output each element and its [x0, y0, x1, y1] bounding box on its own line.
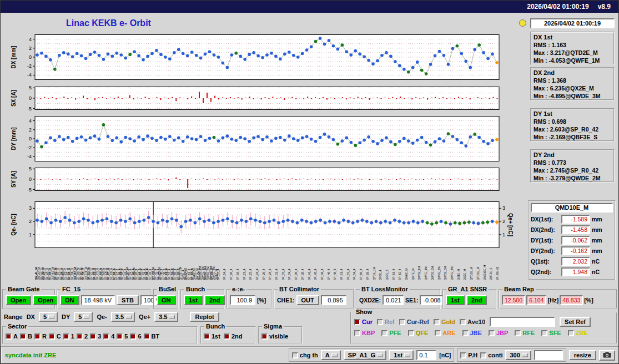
bunch-checkbox-2nd-box[interactable]	[224, 333, 230, 340]
sector-checkbox-a-box[interactable]	[6, 333, 12, 340]
replot-button[interactable]: Replot	[190, 312, 219, 322]
sector-checkbox-4-box[interactable]	[103, 333, 109, 340]
bunch-1st-button[interactable]: 1st	[184, 295, 203, 305]
gr-a1-2nd-button[interactable]: 2nd	[466, 295, 487, 305]
sector-checkbox-bt[interactable]: BT	[144, 333, 160, 340]
resize-button[interactable]: resize	[569, 350, 596, 360]
show-checkbox-qfe-box[interactable]	[408, 330, 414, 336]
sector-checkbox-2[interactable]: 2	[77, 333, 88, 340]
extra-input[interactable]	[534, 350, 563, 360]
sector-checkbox-1-box[interactable]	[63, 333, 69, 340]
show-checkbox-cur-box[interactable]	[354, 319, 360, 325]
show-checkbox-kbp[interactable]: KBP	[354, 330, 375, 336]
bunch-checkbox-2nd[interactable]: 2nd	[224, 333, 243, 340]
bunch-checkbox-1st-box[interactable]	[204, 333, 210, 340]
range-qe-plus-select[interactable]: 3.5	[154, 312, 178, 322]
bpm-label: SP_46_4	[328, 250, 330, 280]
sector-checkbox-b[interactable]: B	[20, 333, 32, 340]
show-checkbox-rfe[interactable]: RFE	[515, 330, 535, 336]
show-checkbox-jbp[interactable]: JBP	[489, 330, 508, 336]
sector-checkbox-5[interactable]: 5	[117, 333, 128, 340]
range-dy-select[interactable]: 5	[74, 312, 93, 322]
qe-plot[interactable]: 321321	[18, 201, 515, 249]
ph-checkbox-box[interactable]	[460, 352, 466, 358]
sigma-visible-checkbox-label: visible	[269, 333, 288, 340]
sector-checkbox-6[interactable]: 6	[130, 333, 141, 340]
show-checkbox-cur[interactable]: Cur	[354, 318, 373, 325]
show-checkbox-ave10-box[interactable]	[460, 319, 466, 325]
ref-name-input[interactable]	[490, 317, 555, 327]
range-qe-minus-select[interactable]: 3.5	[111, 312, 135, 322]
range-dx-select[interactable]: 5	[39, 312, 58, 322]
show-checkbox-pfe[interactable]: PFE	[381, 330, 401, 336]
sector-checkbox-5-box[interactable]	[117, 333, 123, 340]
sector-checkbox-a[interactable]: A	[6, 333, 18, 340]
sector-checkbox-4[interactable]: 4	[103, 333, 114, 340]
sy-plot[interactable]: 50-5	[18, 167, 515, 191]
sector-checkbox-1[interactable]: 1	[63, 333, 74, 340]
fc15-on-button[interactable]: ON	[60, 295, 79, 305]
show-checkbox-zre[interactable]: ZRE	[568, 330, 588, 336]
show-checkbox-pfe-box[interactable]	[381, 330, 387, 336]
bunch-indicator-group: Bunch 1st 2nd	[180, 289, 225, 309]
sector-checkbox-c[interactable]: C	[49, 333, 61, 340]
show-checkbox-gold-box[interactable]	[434, 319, 440, 325]
set-ref-button[interactable]: Set Ref	[560, 317, 591, 327]
show-checkbox-sfe-box[interactable]	[541, 330, 547, 336]
dx-plot[interactable]: 420-2-4	[18, 34, 515, 80]
sector-checkbox-b-box[interactable]	[20, 333, 26, 340]
show-checkbox-cur-ref-box[interactable]	[399, 319, 405, 325]
show-checkbox-qfe[interactable]: QFE	[408, 330, 429, 336]
busel-on-button[interactable]: ON	[157, 295, 176, 305]
fc15-stb-button[interactable]: STB	[117, 295, 139, 305]
show-checkbox-kbp-box[interactable]	[354, 330, 360, 336]
show-checkbox-are[interactable]: ARE	[435, 330, 455, 336]
sigma-visible-checkbox[interactable]: visible	[261, 333, 288, 340]
show-checkbox-sfe[interactable]: SFE	[541, 330, 561, 336]
bpm-label: QTD1E_M	[470, 250, 473, 280]
bunch-select[interactable]: 1st	[389, 350, 414, 360]
sector-checkbox-bt-box[interactable]	[144, 333, 150, 340]
sector-checkbox-3[interactable]: 3	[90, 333, 101, 340]
show-checkbox-jbe[interactable]: JBE	[462, 330, 482, 336]
chg-th-checkbox-box[interactable]	[292, 352, 298, 358]
chg-th-checkbox[interactable]: chg th	[292, 352, 318, 358]
show-checkbox-gold[interactable]: Gold	[434, 318, 455, 325]
show-checkbox-are-label: ARE	[442, 330, 455, 336]
sector-checkbox-3-box[interactable]	[90, 333, 96, 340]
show-checkbox-cur-ref[interactable]: Cur-Ref	[399, 318, 429, 325]
mode-select[interactable]: A	[321, 350, 341, 360]
show-checkbox-rfe-box[interactable]	[515, 330, 521, 336]
bunch-checkbox-1st[interactable]: 1st	[204, 333, 220, 340]
show-checkbox-ref-box[interactable]	[377, 319, 383, 325]
dy-plot[interactable]: 420-2-4	[18, 115, 515, 162]
beam-rep-rate2: 6.104	[526, 295, 546, 305]
sector-checkbox-r-box[interactable]	[34, 333, 41, 340]
beam-gate-open-2-button[interactable]: Open	[33, 295, 58, 305]
beam-gate-open-1-button[interactable]: Open	[6, 295, 31, 305]
show-checkbox-are-box[interactable]	[435, 330, 441, 336]
conti-checkbox[interactable]: conti	[480, 352, 502, 358]
bpm-label: QMD10E_M	[484, 250, 486, 280]
sx-plot[interactable]: 50-5	[18, 86, 515, 110]
show-checkbox-ref[interactable]: Ref	[377, 318, 395, 325]
ph-checkbox[interactable]: P.H	[460, 352, 477, 358]
camera-button[interactable]	[599, 350, 615, 361]
conti-checkbox-box[interactable]	[480, 352, 486, 358]
show-checkbox-ave10[interactable]: Ave10	[460, 318, 485, 325]
count-select[interactable]: 300	[505, 350, 531, 360]
bpm-label: QX1E_M	[457, 250, 460, 280]
bunch-2nd-button[interactable]: 2nd	[204, 295, 225, 305]
device-select[interactable]: SP_A1_G	[344, 350, 387, 360]
gr-a1-1st-button[interactable]: 1st	[446, 295, 465, 305]
sigma-visible-checkbox-box[interactable]	[261, 333, 268, 340]
show-checkbox-jbp-box[interactable]	[489, 330, 495, 336]
sector-checkbox-6-box[interactable]	[130, 333, 136, 340]
threshold-input[interactable]	[416, 350, 436, 360]
sector-checkbox-2-box[interactable]	[77, 333, 83, 340]
che1-state-button[interactable]: OUT	[296, 295, 319, 305]
sector-checkbox-c-box[interactable]	[49, 333, 55, 340]
show-checkbox-jbe-box[interactable]	[462, 330, 469, 336]
sector-checkbox-r[interactable]: R	[34, 333, 47, 340]
show-checkbox-zre-box[interactable]	[568, 330, 574, 336]
